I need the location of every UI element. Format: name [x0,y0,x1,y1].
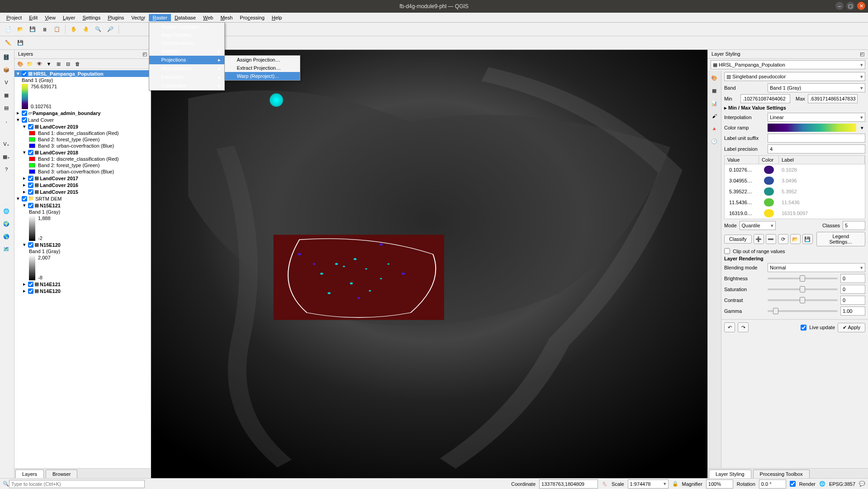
warp-reproject-item[interactable]: Warp (Reproject)… [225,72,300,80]
map-canvas[interactable] [151,50,707,478]
menu-vector[interactable]: Vector [128,14,149,21]
tab-processing-toolbox[interactable]: Processing Toolbox [753,470,810,478]
new-geopackage-icon[interactable]: 📦 [1,64,12,75]
layer-lc2019[interactable]: ▾▦LandCover 2019 [14,123,151,130]
analysis-item[interactable]: Analysis [149,47,224,56]
layer-checkbox[interactable] [22,71,27,77]
apply-button[interactable]: ✔ Apply [838,323,865,332]
layout-manager-icon[interactable]: 📋 [52,24,62,35]
color-row[interactable]: 16319.0…16319.0097 [725,208,865,219]
layer-n14e120[interactable]: ▸▦N14E120 [14,288,151,294]
brightness-slider[interactable] [768,278,838,279]
menu-processing[interactable]: Processing [236,14,268,21]
layer-n15e121[interactable]: ▾▦N15E121 [14,202,151,209]
style-icon[interactable]: 🎨 [16,60,24,68]
expand-icon[interactable]: ⊞ [54,60,62,68]
layer-lc2016[interactable]: ▸▦LandCover 2016 [14,182,151,188]
redo-icon[interactable]: ↷ [738,322,749,332]
menu-plugins[interactable]: Plugins [104,14,128,21]
visibility-icon[interactable]: 👁️ [35,60,43,68]
layer-select[interactable]: ▦ HRSL_Pampanga_Population [711,60,865,69]
align-rasters-item[interactable]: Align Rasters… [149,31,224,39]
saturation-slider[interactable] [768,288,838,290]
new-project-icon[interactable]: 📄 [3,24,14,35]
clip-checkbox[interactable] [724,248,730,254]
live-update-checkbox[interactable] [801,325,806,331]
legend-settings-button[interactable]: Legend Settings… [816,232,865,246]
dock-icon[interactable]: ◰ [860,51,864,57]
zoom-in-icon[interactable]: 🔍 [93,24,104,35]
symbology-tab-icon[interactable]: 🎨 [709,72,720,83]
minimize-button[interactable]: – [835,2,844,10]
menu-raster[interactable]: Raster Raster Calculator… Align Rasters…… [149,14,171,21]
menu-help[interactable]: Help [268,14,286,21]
open-data-source-icon[interactable]: 🗄️ [1,52,12,62]
menu-project[interactable]: Project [3,14,25,21]
assign-projection-item[interactable]: Assign Projection… [225,56,300,64]
contrast-input[interactable] [840,296,865,305]
band-select[interactable]: Band 1 (Gray) [768,83,865,92]
new-virtual-icon[interactable]: ? [1,164,12,175]
classes-input[interactable] [843,221,865,230]
render-checkbox[interactable] [790,481,796,487]
layer-pampanga-boundary[interactable]: ▸ ▱ Pampanga_admin_boundary [14,110,151,116]
blend-select[interactable]: Normal [768,263,865,272]
max-input[interactable] [808,94,858,103]
color-row[interactable]: 11.5436…11.5436 [725,197,865,208]
scale-select[interactable]: 1:974478 [628,479,669,489]
suffix-input[interactable] [768,134,865,143]
coord-input[interactable] [539,479,598,489]
histogram-tab-icon[interactable]: 📊 [709,98,720,109]
renderer-select[interactable]: ▥ Singleband pseudocolor [724,72,865,81]
magnifier-input[interactable] [706,479,733,489]
layer-n15e120[interactable]: ▾▦N15E120 [14,241,151,248]
new-print-layout-icon[interactable]: 🗎 [39,24,50,35]
menu-mesh[interactable]: Mesh [217,14,236,21]
contrast-slider[interactable] [768,299,838,301]
color-row[interactable]: 3.04955…3.0496 [725,175,865,186]
open-project-icon[interactable]: 📂 [15,24,26,35]
layer-lc2015[interactable]: ▸▦LandCover 2015 [14,188,151,195]
collapse-icon[interactable]: ⊟ [64,60,72,68]
extents-icon[interactable]: 🐁 [602,481,608,487]
extraction-item[interactable]: Extraction [149,73,224,82]
color-row[interactable]: 5.39522…5.3952 [725,186,865,197]
maximize-button[interactable]: ▢ [846,2,854,10]
precision-input[interactable] [768,144,865,153]
layer-lc2018[interactable]: ▾▦LandCover 2018 [14,149,151,156]
layers-tree[interactable]: ▾ ▦ HRSL_Pampanga_Population Band 1 (Gra… [14,69,151,468]
vector-layer-icon[interactable]: V [1,77,12,88]
group-srtm[interactable]: ▾📁SRTM DEM [14,195,151,202]
layer-n14e121[interactable]: ▸▦N14E121 [14,281,151,288]
classify-button[interactable]: Classify [724,235,752,244]
crs-label[interactable]: EPSG:3857 [829,481,855,487]
raster-layer-icon[interactable]: ▦ [1,90,12,101]
wms-icon[interactable]: 🌐 [1,206,12,216]
rotation-input[interactable] [759,479,786,489]
conversion-item[interactable]: Conversion [149,82,224,90]
add-class-icon[interactable]: ➕ [754,234,764,244]
remove-class-icon[interactable]: ➖ [766,234,776,244]
extract-projection-item[interactable]: Extract Projection… [225,64,300,72]
menu-web[interactable]: Web [199,14,217,21]
pan-icon[interactable]: ✋ [68,24,79,35]
filter-icon[interactable]: ▼ [45,60,53,68]
min-input[interactable] [740,94,790,103]
color-table[interactable]: ValueColorLabel 0.10276…0.1028 3.04955…3… [724,155,865,219]
crs-icon[interactable]: 🌐 [819,481,825,487]
new-shapefile-icon[interactable]: V₊ [1,139,12,149]
edit-icon[interactable]: ✏️ [3,38,14,48]
menu-settings[interactable]: Settings [79,14,104,21]
save-colormap-icon[interactable]: 💾 [802,234,813,244]
close-button[interactable]: ✕ [857,2,865,10]
group-landcover[interactable]: ▾ Land Cover [14,116,151,123]
tab-layers[interactable]: Layers [15,470,44,478]
add-group-icon[interactable]: 📁 [26,60,34,68]
rendering-tab-icon[interactable]: 🖌 [709,110,720,121]
menu-edit[interactable]: Edit [25,14,41,21]
xyz-icon[interactable]: 🗺️ [1,244,12,254]
color-ramp[interactable] [768,124,856,132]
layer-hrsl[interactable]: ▾ ▦ HRSL_Pampanga_Population [14,70,151,77]
layer-lc2017[interactable]: ▸▦LandCover 2017 [14,175,151,182]
tab-browser[interactable]: Browser [46,470,77,478]
